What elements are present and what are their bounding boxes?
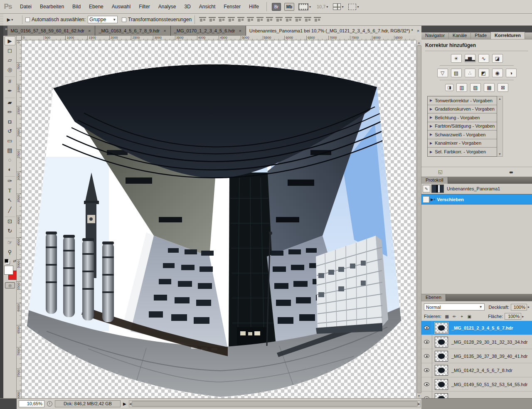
lock-all-icon[interactable]: ▣	[466, 314, 472, 319]
ruler-origin[interactable]	[17, 36, 22, 40]
hue-saturation-icon[interactable]: ▤	[451, 69, 462, 77]
eye-icon[interactable]	[424, 368, 429, 372]
visibility-cell[interactable]	[421, 392, 432, 399]
menu-item[interactable]: Filter	[135, 0, 154, 13]
eraser-tool[interactable]: ▭	[5, 136, 15, 145]
status-flyout-icon[interactable]: ▶	[123, 402, 126, 406]
close-icon[interactable]: ×	[416, 28, 420, 34]
panel-tab[interactable]: Pfade	[471, 32, 491, 39]
menu-item[interactable]: Ebene	[85, 0, 108, 13]
clone-stamp-tool[interactable]: ◘	[5, 117, 15, 126]
threshold-icon[interactable]: ▧	[470, 83, 481, 92]
zoom-percent-field[interactable]: 10,65%	[19, 400, 44, 407]
blend-mode-dropdown[interactable]: Normal▼	[424, 303, 485, 310]
opacity-field[interactable]: 100%	[511, 304, 527, 310]
curves-icon[interactable]: ∿	[478, 54, 489, 63]
line-tool[interactable]: ╱	[5, 205, 15, 214]
3d-orbit-tool[interactable]: ↻	[5, 226, 15, 235]
opacity-spinner-icon[interactable]: ▸	[528, 305, 530, 309]
gradient-map-icon[interactable]: ▦	[484, 83, 495, 92]
quick-selection-tool[interactable]: ◎	[5, 65, 15, 74]
close-icon[interactable]: ×	[163, 28, 167, 34]
eye-icon[interactable]	[424, 340, 429, 344]
scroll-up-icon[interactable]: ▲	[418, 40, 421, 45]
expand-triangle-icon[interactable]: ▶	[430, 116, 432, 119]
preset-row[interactable]: ▶ Kanalmixer - Vorgaben	[428, 139, 497, 148]
document-tab[interactable]: Unbenanntes_Panorama1 bei 10,7% (_MG_012…	[246, 26, 424, 36]
preset-row[interactable]: ▶ Belichtung - Vorgaben	[428, 113, 497, 122]
layer-thumbnail[interactable]	[435, 351, 448, 362]
eye-icon[interactable]	[424, 326, 429, 330]
_MG_0128_29_30_31_32_33_34.hdr[interactable]: _MG_0128_29_30_31_32_33_34.hdr	[421, 335, 532, 349]
type-tool[interactable]: T	[5, 186, 15, 195]
invert-icon[interactable]: ◨	[445, 84, 453, 91]
visibility-cell[interactable]	[421, 321, 432, 335]
transform-controls-checkbox[interactable]	[122, 17, 126, 22]
bridge-button[interactable]: Br	[272, 3, 281, 11]
visibility-cell[interactable]	[421, 349, 432, 363]
preset-row[interactable]: ▶ Tonwertkorrektur - Vorgaben	[428, 96, 497, 105]
photo-filter-icon[interactable]: ◉	[492, 69, 503, 77]
align-left-edges-icon[interactable]	[228, 17, 235, 22]
quick-mask-button[interactable]: ◎	[5, 282, 15, 288]
layer-thumbnail[interactable]	[435, 323, 448, 333]
_MG_0149_50_51_52_53_54_55.hdr[interactable]: _MG_0149_50_51_52_53_54_55.hdr	[421, 377, 532, 392]
preset-row[interactable]: ▶ Sel. Farbkorr. - Vorgaben	[428, 148, 497, 156]
expand-triangle-icon[interactable]: ▶	[430, 124, 432, 128]
expand-triangle-icon[interactable]: ▶	[430, 150, 432, 154]
menu-item[interactable]: Hilfe	[245, 0, 263, 13]
eyedropper-tool[interactable]: ✒	[5, 86, 15, 95]
screen-mode-icon[interactable]	[348, 4, 356, 10]
distribute-vertical-centers-icon[interactable]	[266, 17, 273, 22]
scroll-down-icon[interactable]: ▼	[418, 394, 421, 398]
panel-tab[interactable]: Navigator	[421, 32, 449, 39]
clip-to-layer-icon[interactable]: ●●	[509, 170, 512, 175]
_MG_0142_3_4_5_6_7_8.hdr[interactable]: _MG_0142_3_4_5_6_7_8.hdr	[421, 363, 532, 377]
history-brush-tool[interactable]: ↺	[5, 126, 15, 136]
fill-spinner-icon[interactable]: ▸	[522, 315, 524, 318]
vertical-ruler[interactable]: 0500100015002000250030003500400045005000…	[17, 40, 22, 398]
extension-button[interactable]: Mb	[284, 3, 294, 11]
document-tab[interactable]: _MG_0170_1_2_3_4_5_6.hdr ×	[171, 26, 246, 36]
menu-item[interactable]: Auswahl	[108, 0, 135, 13]
gradient-tool[interactable]: ▤	[5, 145, 15, 155]
pen-tool[interactable]: ✑	[5, 176, 15, 185]
exposure-icon[interactable]: ◪	[492, 54, 503, 63]
view-extras-icon[interactable]	[298, 3, 308, 10]
document-size-info[interactable]: Dok: 846,2 MB/2,42 GB	[55, 400, 121, 407]
history-brush-source-icon[interactable]: ✎	[423, 185, 430, 192]
foreground-color-swatch[interactable]	[4, 266, 13, 275]
menu-item[interactable]: Bild	[68, 0, 85, 13]
history-source-checkbox[interactable]	[423, 196, 429, 203]
expand-triangle-icon[interactable]: ▶	[430, 133, 432, 136]
chevron-down-icon[interactable]: ▾	[357, 5, 359, 9]
scroll-left-icon[interactable]: ◀	[129, 402, 131, 406]
default-colors-icon[interactable]	[5, 259, 8, 263]
align-top-edges-icon[interactable]	[199, 17, 206, 22]
lock-pixels-icon[interactable]: ✏	[451, 314, 457, 319]
expand-triangle-icon[interactable]: ▶	[430, 141, 432, 145]
lasso-tool[interactable]: ▱	[5, 55, 15, 64]
chevron-down-icon[interactable]: ▾	[342, 5, 343, 9]
distribute-top-edges-icon[interactable]	[256, 17, 264, 22]
panel-tab[interactable]: Korrekturen	[491, 32, 525, 39]
layer-thumbnail[interactable]	[435, 393, 448, 399]
layer-row[interactable]	[421, 392, 532, 398]
align-vertical-centers-icon[interactable]	[209, 17, 216, 22]
auto-select-dropdown[interactable]: Gruppe▼	[88, 16, 118, 23]
ebenen-tab[interactable]: Ebenen	[421, 294, 446, 301]
preset-row[interactable]: ▶ Schwarzweiß - Vorgaben	[428, 131, 497, 139]
menu-item[interactable]: Bearbeiten	[36, 0, 68, 13]
document-canvas[interactable]	[22, 40, 416, 398]
vertical-scroll-thumb[interactable]	[417, 45, 421, 393]
preset-row[interactable]: ▶ Farbton/Sättigung - Vorgaben	[428, 122, 497, 131]
expand-triangle-icon[interactable]: ▶	[430, 107, 432, 111]
visibility-cell[interactable]	[421, 335, 432, 349]
preset-row[interactable]: ▶ Gradationskurven - Vorgaben	[428, 105, 497, 114]
layer-thumbnail[interactable]	[435, 379, 448, 390]
expanded-view-icon[interactable]: ◱	[438, 169, 442, 175]
fill-field[interactable]: 100%	[505, 313, 521, 320]
menu-item[interactable]: Analyse	[154, 0, 180, 13]
channel-mixer-icon[interactable]: ◑	[506, 69, 517, 77]
history-step-row[interactable]: ▶+ Verschieben	[421, 194, 532, 204]
